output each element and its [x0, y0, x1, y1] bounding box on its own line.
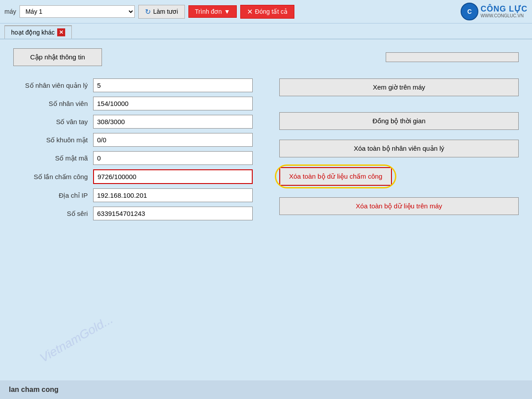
form-row: Số mật mã — [13, 151, 253, 165]
field-input-1[interactable] — [93, 97, 253, 110]
top-buttons: Cập nhật thông tin — [13, 48, 519, 66]
close-all-button[interactable]: ✕ Đóng tất cả — [240, 5, 294, 19]
field-input-7[interactable] — [93, 207, 253, 220]
bottom-label: Ian cham cong — [9, 386, 59, 393]
field-label-2: Số vân tay — [13, 118, 93, 126]
close-icon: ✕ — [247, 8, 253, 16]
xoa-dl-tren-may-button[interactable]: Xóa toàn bộ dữ liệu trên máy — [279, 197, 519, 215]
field-input-2[interactable] — [93, 115, 253, 129]
close-all-label: Đóng tất cả — [255, 8, 288, 15]
menu-button[interactable]: Trình đơn ▼ — [188, 5, 237, 18]
tab-label: hoạt động khác — [11, 29, 55, 36]
form-section: Số nhân viên quản lýSố nhân viênSố vân t… — [13, 78, 519, 225]
field-input-3[interactable] — [93, 133, 253, 147]
form-row: Số vân tay — [13, 115, 253, 129]
refresh-button[interactable]: ↻ Làm tươi — [138, 5, 184, 19]
field-input-5[interactable] — [93, 169, 253, 184]
field-input-4[interactable] — [93, 151, 253, 165]
form-row: Địa chỉ IP — [13, 188, 253, 202]
watermark: VietnamGold... — [37, 312, 115, 365]
field-label-0: Số nhân viên quản lý — [13, 82, 93, 90]
field-input-0[interactable] — [93, 78, 253, 92]
machine-select[interactable]: Máy 1 — [20, 5, 135, 18]
tab-hoat-dong-khac[interactable]: hoạt động khác ✕ — [4, 25, 72, 39]
field-label-6: Địa chỉ IP — [13, 192, 93, 200]
form-row: Số nhân viên — [13, 97, 253, 110]
main-content: Cập nhật thông tin Số nhân viên quản lýS… — [0, 39, 532, 234]
field-label-7: Số sêri — [13, 210, 93, 218]
logo-letter: C — [467, 8, 472, 15]
form-row: Số nhân viên quản lý — [13, 78, 253, 92]
refresh-icon: ↻ — [145, 8, 151, 16]
capnhat-button[interactable]: Cập nhật thông tin — [13, 48, 102, 66]
dong-bo-button[interactable]: Đồng bộ thời gian — [279, 112, 519, 130]
form-row: Số lần chấm công — [13, 169, 253, 184]
machine-label: máy — [4, 8, 16, 15]
khoidog-button[interactable] — [386, 52, 519, 62]
xoa-dl-chamcong-button[interactable]: Xóa toàn bộ dữ liệu chấm công — [279, 167, 392, 186]
bottom-section: Ian cham cong — [0, 380, 532, 399]
tab-bar: hoạt động khác ✕ — [0, 23, 532, 39]
form-left: Số nhân viên quản lýSố nhân viênSố vân t… — [13, 78, 253, 225]
xoa-nv-quanly-button[interactable]: Xóa toàn bộ nhân viên quản lý — [279, 140, 519, 157]
logo-icon: C — [461, 3, 478, 20]
field-input-6[interactable] — [93, 188, 253, 202]
form-row: Số sêri — [13, 207, 253, 220]
form-row: Số khuôn mặt — [13, 133, 253, 147]
refresh-label: Làm tươi — [153, 8, 178, 15]
field-label-5: Số lần chấm công — [13, 173, 93, 181]
website-url: WWW.CONGLUC.VN — [481, 13, 528, 18]
logo-text: CÔNG LỰC WWW.CONGLUC.VN — [481, 5, 528, 19]
logo-area: C CÔNG LỰC WWW.CONGLUC.VN — [461, 3, 528, 20]
field-label-3: Số khuôn mặt — [13, 136, 93, 144]
menu-label: Trình đơn — [195, 8, 222, 15]
field-label-1: Số nhân viên — [13, 100, 93, 108]
tab-close-button[interactable]: ✕ — [57, 28, 65, 36]
toolbar: máy Máy 1 ↻ Làm tươi Trình đơn ▼ ✕ Đóng … — [0, 0, 532, 23]
xem-gio-button[interactable]: Xem giờ trên máy — [279, 78, 519, 96]
field-label-4: Số mật mã — [13, 154, 93, 162]
menu-arrow-icon: ▼ — [224, 8, 230, 15]
form-right: Xem giờ trên máy Đồng bộ thời gian Xóa t… — [279, 78, 519, 225]
brand-name: CÔNG LỰC — [481, 5, 528, 14]
